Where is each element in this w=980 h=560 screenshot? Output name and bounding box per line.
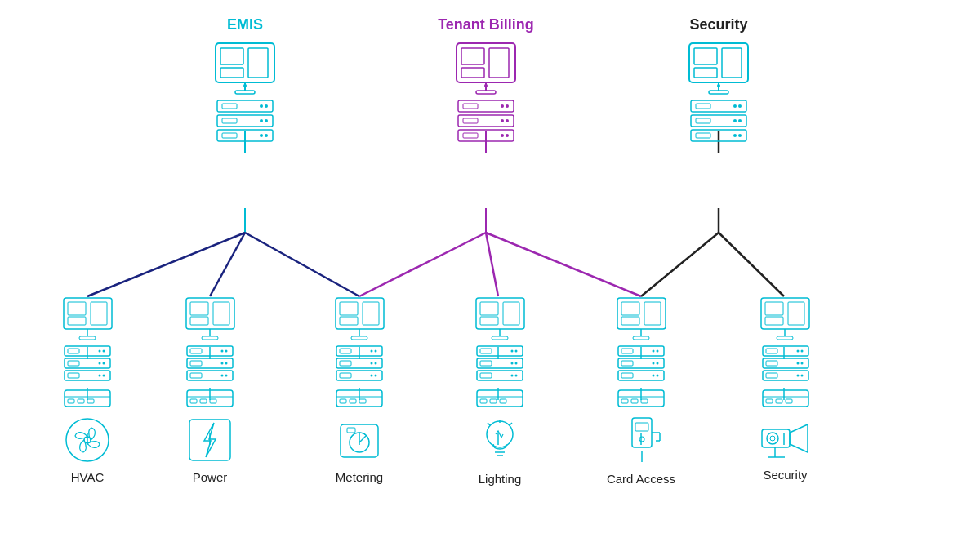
metering-monitor-icon [333, 296, 386, 341]
svg-rect-89 [64, 298, 112, 329]
svg-rect-75 [709, 91, 728, 94]
tenant-label: Tenant Billing [438, 16, 534, 33]
svg-rect-62 [458, 115, 514, 127]
lighting-server-icon [475, 344, 524, 382]
svg-rect-119 [202, 336, 218, 340]
svg-rect-197 [621, 317, 639, 325]
svg-rect-107 [65, 390, 110, 407]
svg-rect-32 [216, 43, 274, 82]
svg-rect-111 [87, 399, 94, 403]
svg-line-193 [488, 423, 490, 425]
svg-rect-202 [621, 349, 633, 353]
power-label: Power [193, 470, 228, 484]
svg-rect-140 [340, 302, 358, 315]
svg-rect-51 [457, 43, 515, 82]
lighting-controller-icon [475, 385, 524, 411]
hvac-server-icon [63, 344, 112, 382]
svg-point-49 [260, 134, 263, 137]
svg-rect-132 [187, 390, 233, 407]
svg-rect-218 [632, 418, 652, 447]
svg-point-106 [103, 375, 105, 377]
svg-rect-166 [476, 298, 524, 329]
svg-rect-219 [635, 423, 648, 431]
security-top-label: Security [689, 16, 747, 33]
svg-point-249 [767, 433, 778, 444]
svg-rect-52 [461, 48, 484, 64]
svg-rect-56 [476, 91, 496, 94]
metering-label: Metering [336, 470, 383, 484]
svg-point-155 [371, 375, 373, 377]
svg-point-131 [225, 375, 228, 377]
svg-rect-216 [631, 399, 638, 403]
svg-rect-70 [689, 43, 748, 82]
svg-rect-136 [210, 399, 216, 403]
svg-point-57 [484, 84, 488, 87]
emis-label: EMIS [227, 16, 263, 33]
svg-rect-134 [190, 399, 197, 403]
svg-rect-44 [222, 118, 237, 123]
svg-rect-115 [190, 302, 208, 315]
power-server-icon [185, 344, 234, 382]
svg-rect-157 [336, 390, 382, 407]
svg-rect-90 [68, 302, 86, 315]
svg-rect-150 [340, 361, 351, 366]
card-access-node: Card Access [604, 296, 678, 486]
security-server-icon [689, 99, 748, 143]
svg-point-45 [260, 119, 263, 122]
tenant-monitor-icon [453, 40, 519, 96]
svg-rect-160 [350, 399, 356, 403]
svg-point-46 [265, 119, 268, 122]
svg-point-242 [800, 375, 803, 377]
svg-point-234 [800, 350, 803, 353]
svg-rect-100 [68, 361, 79, 366]
svg-rect-217 [641, 399, 648, 403]
svg-rect-245 [766, 399, 773, 403]
svg-rect-248 [762, 429, 790, 447]
power-monitor-icon [184, 296, 237, 341]
svg-rect-161 [359, 399, 366, 403]
svg-point-102 [103, 362, 105, 365]
security-bottom-monitor-icon [759, 296, 812, 341]
hvac-controller-icon [63, 385, 112, 411]
svg-rect-67 [463, 133, 478, 138]
card-access-label: Card Access [607, 472, 675, 486]
lighting-label: Lighting [479, 472, 522, 486]
diagram: EMIS Tenant Billing [0, 0, 980, 560]
svg-point-105 [99, 375, 101, 377]
svg-rect-104 [68, 373, 79, 378]
svg-rect-200 [633, 336, 649, 340]
svg-line-7 [210, 233, 245, 296]
svg-rect-91 [68, 317, 86, 325]
lighting-node: Lighting [463, 296, 537, 486]
svg-point-147 [371, 350, 373, 353]
svg-point-88 [738, 134, 742, 137]
svg-rect-114 [186, 298, 234, 329]
svg-rect-48 [222, 133, 237, 138]
svg-point-60 [501, 104, 504, 108]
svg-rect-230 [777, 336, 793, 340]
svg-rect-198 [644, 302, 661, 325]
svg-point-183 [515, 375, 518, 377]
svg-point-61 [506, 104, 509, 108]
svg-rect-177 [480, 361, 492, 366]
svg-point-126 [221, 362, 224, 365]
power-controller-icon [185, 385, 234, 411]
svg-rect-168 [480, 317, 498, 325]
svg-rect-121 [190, 349, 202, 353]
svg-rect-137 [189, 420, 230, 460]
svg-rect-142 [363, 302, 379, 325]
svg-rect-240 [766, 373, 777, 378]
svg-point-50 [265, 134, 268, 137]
security-bottom-label: Security [763, 468, 807, 482]
svg-rect-94 [79, 336, 96, 340]
svg-point-69 [506, 134, 509, 137]
hvac-label: HVAC [71, 470, 105, 484]
svg-point-151 [371, 362, 373, 365]
svg-point-204 [657, 350, 659, 353]
svg-rect-37 [235, 91, 255, 94]
svg-point-83 [733, 119, 737, 122]
svg-rect-232 [766, 349, 777, 353]
svg-point-130 [221, 375, 224, 377]
svg-rect-225 [761, 298, 809, 329]
svg-rect-73 [722, 48, 742, 78]
